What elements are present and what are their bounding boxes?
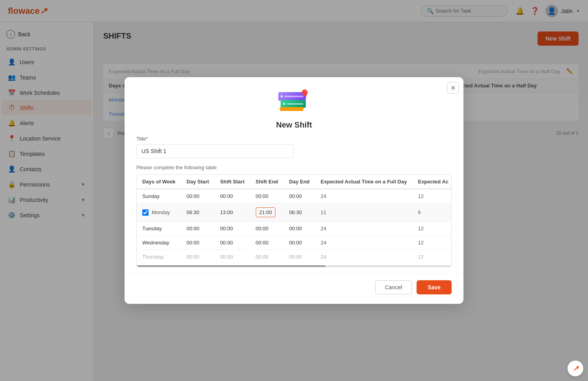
- shift-start-cell: 00:00: [214, 236, 250, 250]
- illus-card3: [280, 107, 303, 111]
- day-start-cell: 06:30: [181, 203, 214, 222]
- half-day-cell: 12: [412, 189, 452, 203]
- title-label: Title*: [136, 136, 452, 142]
- illus-line: [287, 103, 303, 105]
- half-day-cell: 6: [412, 203, 452, 222]
- monday-checkbox[interactable]: [142, 209, 149, 216]
- shift-table-wrapper: Days of Week Day Start Shift Start Shift…: [136, 174, 452, 267]
- illus-card2: [281, 100, 306, 108]
- shift-start-cell: 00:00: [214, 222, 250, 236]
- shift-start-cell: 00:00: [214, 250, 250, 264]
- shift-end-cell: 00:00: [250, 189, 284, 203]
- day-start-cell: 00:00: [181, 250, 214, 264]
- day-cell: Monday: [137, 203, 181, 222]
- modal-close-button[interactable]: ✕: [447, 82, 459, 94]
- balloon-icon: 🎈: [300, 89, 310, 98]
- day-start-cell: 00:00: [181, 189, 214, 203]
- day-end-cell: 00:00: [284, 189, 315, 203]
- table-hint: Please complete the following table: [136, 165, 452, 170]
- shift-end-cell: 00:00: [250, 236, 284, 250]
- col-half-day: Expected Ac: [412, 175, 452, 189]
- shift-end-cell: 21:00: [250, 203, 284, 222]
- day-end-cell: 00:00: [284, 250, 315, 264]
- title-input[interactable]: [136, 144, 294, 158]
- col-day-end: Day End: [284, 175, 315, 189]
- shift-start-cell: 13:00: [214, 203, 250, 222]
- day-start-cell: 00:00: [181, 222, 214, 236]
- half-day-cell: 12: [412, 236, 452, 250]
- day-cell: Thursday: [137, 250, 181, 264]
- day-end-cell: 00:00: [284, 236, 315, 250]
- scroll-indicator: [137, 265, 451, 267]
- col-shift-start: Shift Start: [214, 175, 250, 189]
- cancel-button[interactable]: Cancel: [375, 280, 412, 294]
- illus-dot: [281, 95, 283, 98]
- col-day-start: Day Start: [181, 175, 214, 189]
- day-end-cell: 00:00: [284, 222, 315, 236]
- modal-title: New Shift: [276, 120, 312, 129]
- full-day-cell: 24: [315, 189, 413, 203]
- modal-illustration: 🎈: [278, 89, 310, 117]
- table-row: Monday 06:30 13:00 21:00 06:30 11 6: [137, 203, 452, 222]
- day-cell: Tuesday: [137, 222, 181, 236]
- full-day-cell: 24: [315, 250, 413, 264]
- day-cell: Wednesday: [137, 236, 181, 250]
- day-start-cell: 00:00: [181, 236, 214, 250]
- table-row: Wednesday 00:00 00:00 00:00 00:00 24 12: [137, 236, 452, 250]
- modal-overlay[interactable]: ✕ 🎈 New Shift Title* Please complete t: [0, 0, 588, 381]
- full-day-cell: 11: [315, 203, 413, 222]
- modal-body: Title* Please complete the following tab…: [125, 136, 463, 274]
- new-shift-modal: ✕ 🎈 New Shift Title* Please complete t: [125, 77, 463, 304]
- table-row: Tuesday 00:00 00:00 00:00 00:00 24 12: [137, 222, 452, 236]
- shift-start-cell: 00:00: [214, 189, 250, 203]
- shift-end-cell: 00:00: [250, 222, 284, 236]
- table-row: Sunday 00:00 00:00 00:00 00:00 24 12: [137, 189, 452, 203]
- table-row: Thursday 00:00 00:00 00:00 00:00 24 12: [137, 250, 452, 264]
- save-button[interactable]: Save: [417, 280, 452, 294]
- full-day-cell: 24: [315, 236, 413, 250]
- half-day-cell: 12: [412, 250, 452, 264]
- bottom-logo-icon: ↗: [573, 364, 579, 373]
- full-day-cell: 24: [315, 222, 413, 236]
- shift-table: Days of Week Day Start Shift Start Shift…: [137, 175, 452, 264]
- shift-end-cell: 00:00: [250, 250, 284, 264]
- col-shift-end: Shift End: [250, 175, 284, 189]
- col-days-of-week: Days of Week: [137, 175, 181, 189]
- day-cell: Sunday: [137, 189, 181, 203]
- modal-header: 🎈 New Shift: [125, 77, 463, 136]
- scroll-thumb: [137, 265, 326, 267]
- day-end-cell: 06:30: [284, 203, 315, 222]
- modal-footer: Cancel Save: [125, 274, 463, 304]
- col-full-day: Expected Actual Time on a Full Day: [315, 175, 413, 189]
- illus-dot: [283, 103, 285, 105]
- bottom-logo: ↗: [568, 361, 583, 376]
- half-day-cell: 12: [412, 222, 452, 236]
